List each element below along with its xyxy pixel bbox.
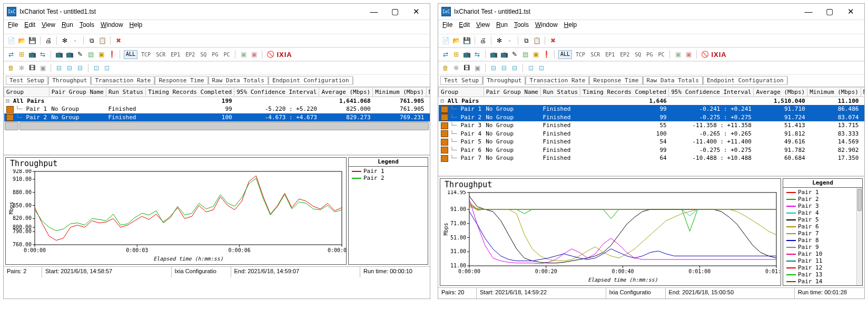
new-icon[interactable]: 📄 xyxy=(7,36,15,45)
table-row[interactable]: └─ Pair 1No GroupFinished99-5.220 : +5.2… xyxy=(4,105,430,113)
layout2-icon[interactable]: ⊟ xyxy=(65,64,74,72)
opt1-icon[interactable]: ▣ xyxy=(674,50,682,59)
sheet-icon[interactable]: ▤ xyxy=(521,50,529,59)
titlebar[interactable]: IxC IxChariot Test - untitled1.tst — ▢ ✕ xyxy=(438,4,864,20)
grp-icon[interactable]: ⊞ xyxy=(452,50,460,59)
menu-run[interactable]: Run xyxy=(62,21,73,28)
tab-transaction-rate[interactable]: Transaction Rate xyxy=(526,76,589,85)
paste-icon[interactable]: 📋 xyxy=(98,36,106,45)
tab-transaction-rate[interactable]: Transaction Rate xyxy=(91,76,154,85)
opt2-icon[interactable]: ▣ xyxy=(684,50,693,59)
legend-item[interactable]: Pair 10 xyxy=(786,251,856,257)
row-all-pairs[interactable]: ⊟ All Pairs1991,641.068761.905919.540 xyxy=(4,97,430,105)
net-icon[interactable]: ⇄ xyxy=(441,50,450,59)
cam1-icon[interactable]: 📺 xyxy=(28,50,36,59)
delete-icon[interactable]: ✖ xyxy=(549,36,557,45)
filter-tcp-button[interactable]: TCP xyxy=(574,51,587,59)
layout3-icon[interactable]: ⊟ xyxy=(510,64,519,72)
tab-endpoint-configuration[interactable]: Endpoint Configuration xyxy=(703,76,787,85)
print-icon[interactable]: 🖨 xyxy=(44,36,53,45)
layout4-icon[interactable]: ⊡ xyxy=(92,64,101,72)
h-scrollbar[interactable] xyxy=(4,121,430,130)
tab-throughput[interactable]: Throughput xyxy=(483,76,525,85)
legend-item[interactable]: Pair 13 xyxy=(786,271,856,278)
tab-response-time[interactable]: Response Time xyxy=(589,76,642,85)
titlebar[interactable]: IxC IxChariot Test - untitled1.tst — ▢ ✕ xyxy=(4,4,430,20)
legend-item[interactable]: Pair 14 xyxy=(786,278,856,285)
menu-tools[interactable]: Tools xyxy=(80,21,94,28)
table-row[interactable]: └─ Pair 6No GroupFinished99-0.275 : +0.2… xyxy=(439,146,865,155)
legend-item[interactable]: Pair 1 xyxy=(786,189,856,196)
tab-raw-data-totals[interactable]: Raw Data Totals xyxy=(643,76,703,85)
stop-icon[interactable]: ◦ xyxy=(506,36,514,45)
sheet-icon[interactable]: ▤ xyxy=(86,50,95,59)
minimize-button[interactable]: — xyxy=(363,4,384,19)
menu-file[interactable]: File xyxy=(442,21,452,28)
legend-item[interactable]: Pair 12 xyxy=(786,264,856,271)
open-icon[interactable]: 📂 xyxy=(17,36,26,45)
flag-icon[interactable]: ❗ xyxy=(107,50,116,59)
net-icon[interactable]: ⇄ xyxy=(7,50,15,59)
edit-icon[interactable]: ✎ xyxy=(510,50,519,59)
layout5-icon[interactable]: ⊡ xyxy=(537,64,546,72)
menu-run[interactable]: Run xyxy=(496,21,508,28)
tab-endpoint-configuration[interactable]: Endpoint Configuration xyxy=(269,76,353,85)
menu-view[interactable]: View xyxy=(476,21,490,28)
legend-item[interactable]: Pair 5 xyxy=(786,216,856,223)
run-icon[interactable]: ✻ xyxy=(61,36,69,45)
maximize-button[interactable]: ▢ xyxy=(819,4,840,19)
filter-tcp-button[interactable]: TCP xyxy=(140,51,152,59)
edit-icon[interactable]: ✎ xyxy=(76,50,84,59)
menu-file[interactable]: File xyxy=(8,21,18,28)
legend-item[interactable]: Pair 4 xyxy=(786,209,856,216)
cam2-icon[interactable]: 📺 xyxy=(55,50,63,59)
legend-item[interactable]: Pair 2 xyxy=(352,175,421,181)
legend-scrollbar[interactable] xyxy=(856,188,862,285)
cam3-icon[interactable]: 📺 xyxy=(500,50,508,59)
scroll-thumb[interactable] xyxy=(19,122,429,130)
filter-pg-button[interactable]: PG xyxy=(645,51,654,59)
save-icon[interactable]: 💾 xyxy=(462,36,471,45)
menu-help[interactable]: Help xyxy=(130,21,143,28)
nosymbol-icon[interactable]: 🚫 xyxy=(701,50,709,59)
paste-icon[interactable]: 📋 xyxy=(532,36,541,45)
table-row[interactable]: └─ Pair 1No GroupFinished99-0.241 : +0.2… xyxy=(439,105,865,113)
table-row[interactable]: └─ Pair 5No GroupFinished54-11.400 : +11… xyxy=(439,138,865,146)
filter-ep2-button[interactable]: EP2 xyxy=(184,51,196,59)
filter-all-button[interactable]: ALL xyxy=(124,50,137,59)
minimize-button[interactable]: — xyxy=(798,4,819,19)
table-row[interactable]: └─ Pair 4No GroupFinished100-0.265 : +0.… xyxy=(439,130,865,138)
filter-ep2-button[interactable]: EP2 xyxy=(618,51,631,59)
legend-item[interactable]: Pair 8 xyxy=(786,237,856,244)
layout2-icon[interactable]: ⊟ xyxy=(500,64,508,72)
tab-test-setup[interactable]: Test Setup xyxy=(6,76,48,85)
film-icon[interactable]: 🎞 xyxy=(28,64,36,72)
tab-raw-data-totals[interactable]: Raw Data Totals xyxy=(209,76,268,85)
copy-icon[interactable]: ⧉ xyxy=(522,36,530,45)
legend-item[interactable]: Pair 15 xyxy=(786,285,856,285)
filter-all-button[interactable]: ALL xyxy=(558,50,572,59)
menu-help[interactable]: Help xyxy=(564,21,577,28)
link-icon[interactable]: ⇆ xyxy=(38,50,47,59)
filter-pc-button[interactable]: PC xyxy=(222,51,231,59)
row-all-pairs[interactable]: ⊟ All Pairs1,6461,510.04011.100107.962 xyxy=(439,97,865,105)
filter-ep1-button[interactable]: EP1 xyxy=(604,51,616,59)
filter-scr-button[interactable]: SCR xyxy=(589,51,601,59)
save-icon[interactable]: 💾 xyxy=(28,36,36,45)
filter-scr-button[interactable]: SCR xyxy=(154,51,167,59)
menu-edit[interactable]: Edit xyxy=(24,21,35,28)
bin-icon[interactable]: 🗑 xyxy=(7,64,15,72)
filter-pc-button[interactable]: PC xyxy=(656,51,666,59)
menu-tools[interactable]: Tools xyxy=(514,21,529,28)
legend-item[interactable]: Pair 2 xyxy=(786,196,856,203)
menu-window[interactable]: Window xyxy=(535,21,558,28)
filter-pg-button[interactable]: PG xyxy=(210,51,220,59)
opt1-icon[interactable]: ▣ xyxy=(239,50,248,59)
filter-sq-button[interactable]: SQ xyxy=(199,51,208,59)
opt2-icon[interactable]: ▣ xyxy=(250,50,258,59)
menu-window[interactable]: Window xyxy=(101,21,123,28)
legend-item[interactable]: Pair 3 xyxy=(786,203,856,209)
layout3-icon[interactable]: ⊟ xyxy=(76,64,84,72)
layout4-icon[interactable]: ⊡ xyxy=(527,64,535,72)
filter-ep1-button[interactable]: EP1 xyxy=(169,51,182,59)
